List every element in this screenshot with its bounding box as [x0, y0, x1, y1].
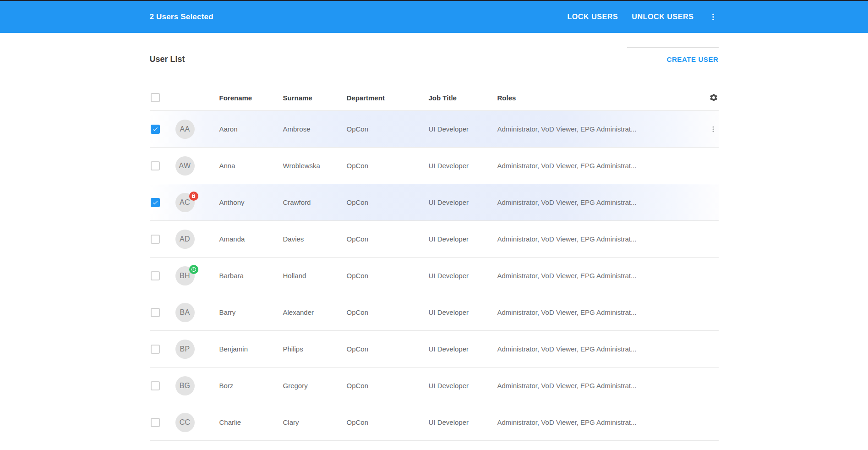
column-header-job-title: Job Title [429, 94, 497, 102]
table-row[interactable]: BA Barry Alexander OpCon UI Developer Ad… [150, 294, 719, 331]
table-row[interactable]: BH Barbara Holland OpCon UI Developer Ad… [150, 258, 719, 294]
selection-count-text: 2 Users Selected [150, 12, 213, 22]
table-row[interactable]: AD Amanda Davies OpCon UI Developer Admi… [150, 221, 719, 258]
cell-department: OpCon [347, 418, 429, 426]
table-header-row: Forename Surname Department Job Title Ro… [150, 85, 719, 111]
cell-department: OpCon [347, 235, 429, 243]
table-row[interactable]: AW Anna Wroblewska OpCon UI Developer Ad… [150, 148, 719, 184]
table-body: AA Aaron Ambrose OpCon UI Developer Admi… [150, 111, 719, 441]
cell-forename: Charlie [219, 418, 283, 426]
cell-roles: Administrator, VoD Viewer, EPG Administr… [497, 418, 697, 426]
cell-roles: Administrator, VoD Viewer, EPG Administr… [497, 162, 697, 170]
search-input[interactable] [627, 34, 719, 48]
cell-job-title: UI Developer [429, 162, 497, 170]
select-all-checkbox[interactable] [151, 93, 160, 102]
cell-roles: Administrator, VoD Viewer, EPG Administr… [497, 272, 697, 280]
cell-roles: Administrator, VoD Viewer, EPG Administr… [497, 345, 697, 353]
cell-surname: Philips [283, 345, 347, 353]
cell-department: OpCon [347, 125, 429, 133]
table-row[interactable]: AA Aaron Ambrose OpCon UI Developer Admi… [150, 111, 719, 148]
cell-job-title: UI Developer [429, 382, 497, 390]
cell-job-title: UI Developer [429, 345, 497, 353]
cell-surname: Crawford [283, 198, 347, 206]
avatar: BP [175, 340, 195, 359]
lock-badge-icon [189, 192, 198, 201]
toolbar: User List CREATE USER [150, 33, 719, 67]
page-title: User List [150, 55, 185, 64]
cell-surname: Wroblewska [283, 162, 347, 170]
cell-department: OpCon [347, 345, 429, 353]
column-settings-gear-icon[interactable] [709, 93, 719, 103]
row-checkbox[interactable] [151, 161, 160, 170]
row-checkbox[interactable] [151, 381, 160, 390]
cell-forename: Benjamin [219, 345, 283, 353]
cell-job-title: UI Developer [429, 235, 497, 243]
cell-surname: Clary [283, 418, 347, 426]
app-bar-overflow-menu-icon[interactable] [708, 11, 719, 22]
table-row[interactable]: BP Benjamin Philips OpCon UI Developer A… [150, 331, 719, 368]
avatar-initials: BG [180, 382, 191, 390]
avatar-initials: CC [180, 418, 191, 427]
selection-app-bar: 2 Users Selected LOCK USERS UNLOCK USERS [0, 1, 868, 33]
row-checkbox[interactable] [151, 418, 160, 427]
table-row[interactable]: CC Charlie Clary OpCon UI Developer Admi… [150, 404, 719, 441]
cell-department: OpCon [347, 162, 429, 170]
cell-forename: Anthony [219, 198, 283, 206]
avatar: AW [175, 156, 195, 176]
cell-forename: Anna [219, 162, 283, 170]
row-checkbox[interactable] [151, 345, 160, 354]
cell-roles: Administrator, VoD Viewer, EPG Administr… [497, 198, 697, 206]
cell-surname: Davies [283, 235, 347, 243]
cell-roles: Administrator, VoD Viewer, EPG Administr… [497, 125, 697, 133]
cell-forename: Aaron [219, 125, 283, 133]
cell-forename: Barry [219, 308, 283, 316]
cell-forename: Barbara [219, 272, 283, 280]
avatar-initials: BP [180, 345, 190, 353]
row-checkbox[interactable] [151, 271, 160, 280]
table-row[interactable]: AC Anthony Crawford OpCon UI Developer A… [150, 184, 719, 221]
cell-department: OpCon [347, 308, 429, 316]
cell-roles: Administrator, VoD Viewer, EPG Administr… [497, 382, 697, 390]
cell-department: OpCon [347, 272, 429, 280]
cell-surname: Alexander [283, 308, 347, 316]
column-header-surname: Surname [283, 94, 347, 102]
row-checkbox[interactable] [151, 308, 160, 317]
create-user-button[interactable]: CREATE USER [667, 55, 719, 63]
avatar-initials: AC [180, 198, 190, 207]
avatar: BG [175, 376, 195, 395]
avatar-initials: AW [179, 162, 191, 170]
avatar: AA [175, 120, 195, 139]
row-checkbox[interactable] [151, 125, 160, 134]
clock-badge-icon [189, 265, 198, 274]
column-header-forename: Forename [219, 94, 283, 102]
avatar-initials: AA [180, 125, 190, 133]
cell-surname: Ambrose [283, 125, 347, 133]
cell-job-title: UI Developer [429, 272, 497, 280]
table-row[interactable]: BG Borz Gregory OpCon UI Developer Admin… [150, 368, 719, 404]
avatar: BA [175, 303, 195, 322]
column-header-department: Department [347, 94, 429, 102]
avatar-initials: BH [180, 272, 190, 280]
avatar: AD [175, 230, 195, 249]
row-menu-icon[interactable] [708, 122, 719, 137]
avatar-initials: BA [180, 308, 190, 317]
cell-job-title: UI Developer [429, 308, 497, 316]
cell-department: OpCon [347, 382, 429, 390]
cell-job-title: UI Developer [429, 198, 497, 206]
cell-job-title: UI Developer [429, 125, 497, 133]
lock-users-button[interactable]: LOCK USERS [567, 13, 618, 21]
avatar: BH [175, 266, 195, 285]
user-table: Forename Surname Department Job Title Ro… [150, 85, 719, 441]
cell-surname: Gregory [283, 382, 347, 390]
cell-surname: Holland [283, 272, 347, 280]
avatar: AC [175, 193, 195, 212]
row-checkbox[interactable] [151, 198, 160, 207]
cell-job-title: UI Developer [429, 418, 497, 426]
cell-forename: Borz [219, 382, 283, 390]
row-checkbox[interactable] [151, 235, 160, 244]
cell-roles: Administrator, VoD Viewer, EPG Administr… [497, 235, 697, 243]
cell-forename: Amanda [219, 235, 283, 243]
cell-roles: Administrator, VoD Viewer, EPG Administr… [497, 308, 697, 316]
unlock-users-button[interactable]: UNLOCK USERS [632, 13, 693, 21]
cell-department: OpCon [347, 198, 429, 206]
